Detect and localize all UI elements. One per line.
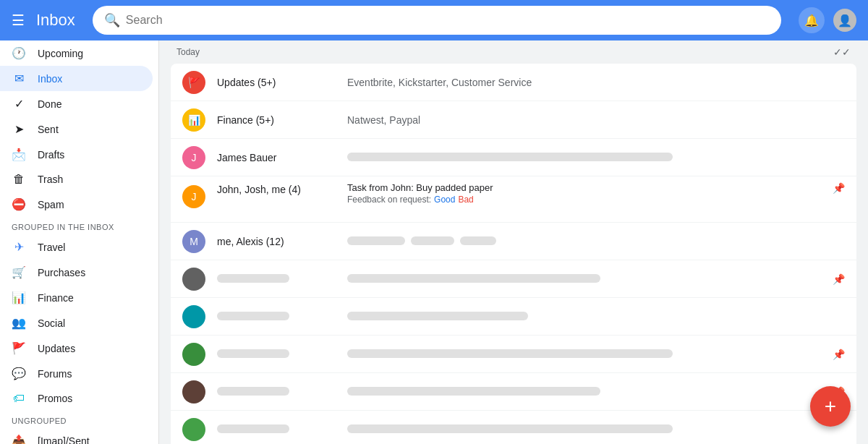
feedback-label: Feedback on request: (347, 195, 431, 205)
list-item[interactable]: 📌 (171, 336, 856, 373)
row-sender (217, 424, 347, 435)
sidebar-item-upcoming[interactable]: 🕐 Upcoming (0, 40, 153, 66)
drafts-icon: 📩 (12, 148, 26, 161)
sidebar-item-spam[interactable]: ⛔ Spam (0, 192, 153, 217)
sidebar-item-updates[interactable]: 🚩 Updates (0, 336, 153, 361)
row-preview (347, 273, 827, 285)
row-detail: Task from John: Buy padded paper Feedbac… (347, 182, 827, 205)
blurred-preview (347, 153, 673, 161)
avatar[interactable]: 👤 (833, 9, 856, 32)
feedback-bad[interactable]: Bad (458, 195, 473, 205)
pin-icon: 📌 (833, 273, 845, 285)
feedback-row: Feedback on request: Good Bad (347, 195, 827, 205)
list-item[interactable] (171, 298, 856, 336)
row-sender (217, 349, 347, 360)
main-content: Today ✓✓ 🚩 Updates (5+) Eventbrite, Kick… (159, 40, 868, 444)
done-icon: ✓ (12, 97, 26, 111)
row-preview (347, 349, 827, 360)
avatar (182, 305, 205, 328)
menu-icon[interactable]: ☰ (12, 12, 25, 29)
row-sender (217, 311, 347, 323)
sidebar-item-done[interactable]: ✓ Done (0, 91, 153, 116)
today-label: Today (176, 47, 200, 57)
sidebar-item-label: Forums (38, 368, 72, 380)
sidebar-item-label: Sent (38, 124, 59, 135)
promos-icon: 🏷 (12, 392, 26, 405)
today-email-list: 🚩 Updates (5+) Eventbrite, Kickstarter, … (171, 64, 856, 444)
sidebar-item-label: Upcoming (38, 48, 83, 59)
row-sender: Finance (5+) (217, 114, 347, 126)
row-preview: Eventbrite, Kickstarter, Customer Servic… (347, 77, 845, 88)
task-text: Task from John: Buy padded paper (347, 182, 827, 193)
list-item[interactable] (171, 411, 856, 444)
row-preview (347, 424, 845, 435)
sidebar-item-label: Travel (38, 242, 65, 253)
header: ☰ Inbox 🔍 🔔 👤 (0, 0, 868, 40)
trash-icon: 🗑 (12, 173, 26, 186)
row-sender: me, Alexis (12) (217, 236, 347, 247)
avatar (182, 343, 205, 366)
avatar (182, 268, 205, 291)
sidebar-item-label: Updates (38, 343, 75, 354)
row-preview: Natwest, Paypal (347, 114, 845, 126)
sidebar-item-label: Social (38, 317, 65, 329)
avatar: 📊 (182, 108, 205, 132)
search-bar: 🔍 (93, 6, 781, 35)
search-icon: 🔍 (104, 12, 120, 28)
list-item[interactable]: 🚩 Updates (5+) Eventbrite, Kickstarter, … (171, 64, 856, 101)
avatar: M (182, 230, 205, 253)
updates-icon: 🚩 (12, 341, 26, 355)
travel-icon: ✈ (12, 240, 26, 254)
inbox-icon: ✉ (12, 72, 26, 85)
row-preview (347, 236, 845, 247)
sidebar-item-label: Promos (38, 393, 72, 404)
compose-icon: + (825, 395, 836, 418)
sidebar-item-trash[interactable]: 🗑 Trash (0, 167, 153, 192)
sidebar-item-sent[interactable]: ➤ Sent (0, 116, 153, 142)
grouped-section-label: Grouped in the Inbox (0, 217, 158, 234)
row-preview (347, 152, 845, 163)
list-item[interactable]: 📊 Finance (5+) Natwest, Paypal (171, 101, 856, 139)
reminder-button[interactable]: 🔔 (799, 7, 825, 33)
ungrouped-section-label: Ungrouped (0, 411, 158, 428)
avatar (182, 380, 205, 404)
compose-button[interactable]: + (810, 386, 851, 427)
sidebar-item-label: Inbox (38, 73, 62, 85)
finance-icon: 📊 (12, 291, 26, 304)
sidebar-item-label: Spam (38, 199, 64, 210)
sidebar: 🕐 Upcoming ✉ Inbox ✓ Done ➤ Sent 📩 Draft… (0, 40, 159, 444)
row-sender (217, 386, 347, 398)
sidebar-item-purchases[interactable]: 🛒 Purchases (0, 260, 153, 285)
list-item[interactable]: M me, Alexis (12) (171, 223, 856, 260)
avatar: J (182, 185, 205, 208)
sidebar-item-label: Drafts (38, 149, 64, 161)
sidebar-item-label: Finance (38, 292, 74, 304)
sidebar-item-label: Done (38, 98, 61, 110)
spam-icon: ⛔ (12, 197, 26, 211)
avatar-icon: 👤 (838, 14, 852, 27)
sidebar-item-travel[interactable]: ✈ Travel (0, 234, 153, 260)
check-all-today[interactable]: ✓✓ (833, 46, 851, 58)
sidebar-item-label: Trash (38, 174, 63, 185)
row-preview (347, 386, 827, 398)
sidebar-item-drafts[interactable]: 📩 Drafts (0, 142, 153, 167)
sidebar-item-promos[interactable]: 🏷 Promos (0, 386, 153, 411)
row-sender: Updates (5+) (217, 77, 347, 88)
list-item[interactable]: J James Bauer (171, 139, 856, 176)
sidebar-item-imap-sent[interactable]: 📤 [Imap]/Sent (0, 428, 153, 444)
sidebar-item-finance[interactable]: 📊 Finance (0, 285, 153, 310)
list-item[interactable]: 📌 (171, 260, 856, 298)
sidebar-item-forums[interactable]: 💬 Forums (0, 361, 153, 386)
clock-icon: 🕐 (12, 46, 26, 60)
list-item[interactable]: 📌 (171, 373, 856, 411)
feedback-good[interactable]: Good (434, 195, 455, 205)
avatar: 🚩 (182, 71, 205, 94)
pin-icon: 📌 (833, 182, 845, 194)
sidebar-item-social[interactable]: 👥 Social (0, 310, 153, 336)
sidebar-item-label: Purchases (38, 267, 85, 278)
list-item[interactable]: J John, Josh, me (4) Task from John: Buy… (171, 176, 856, 223)
sidebar-item-inbox[interactable]: ✉ Inbox (0, 66, 153, 91)
search-input[interactable] (126, 14, 770, 27)
social-icon: 👥 (12, 316, 26, 330)
row-sender (217, 273, 347, 285)
